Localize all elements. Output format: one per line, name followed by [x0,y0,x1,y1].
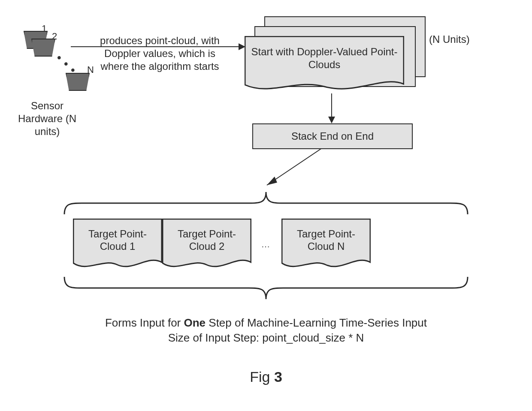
brace-top [56,189,476,217]
target-cloud-2: Target Point-Cloud 2 [162,219,251,270]
stack-end-on-end-box: Stack End on End [252,123,413,149]
stack-end-on-end-text: Stack End on End [291,130,374,142]
figure-number: 3 [274,369,282,385]
target-cloud-row: Target Point-Cloud 1 Target Point-Cloud … [73,219,459,274]
target-cloud-1-text: Target Point-Cloud 1 [73,228,162,253]
bottom-caption-line1-bold: One [184,316,206,329]
sensor-number-n: N [87,64,94,75]
doppler-n-units-label: (N Units) [429,33,470,45]
bottom-caption-line1-post: Step of Machine-Learning Time-Series Inp… [206,316,427,329]
sensor-hardware-stack: 1 2 N • • • [24,31,97,108]
brace-bottom [56,274,476,303]
target-cloud-ellipsis: ⋯ [251,241,281,252]
figure-label: Fig 3 [0,369,532,385]
doppler-doc-front: Start with Doppler-Valued Point-Clouds [245,36,404,92]
target-cloud-n: Target Point-Cloud N [281,219,371,270]
produces-label: produces point-cloud, with Doppler value… [99,34,221,73]
bottom-caption-line1-pre: Forms Input for [105,316,184,329]
arrow-sensor-to-doc [71,46,239,47]
doppler-doc-stack: Start with Doppler-Valued Point-Clouds [245,16,442,93]
arrow-stack-to-brace [236,148,330,191]
bottom-caption: Forms Input for One Step of Machine-Lear… [77,315,455,345]
figure-label-pre: Fig [250,369,274,385]
target-cloud-1: Target Point-Cloud 1 [73,219,162,270]
sensor-number-1: 1 [42,23,47,34]
target-cloud-2-text: Target Point-Cloud 2 [162,228,251,253]
sensor-number-2: 2 [52,31,57,42]
diagram-canvas: 1 2 N • • • Sensor Hardware (N units) pr… [0,0,532,411]
bottom-caption-line2: Size of Input Step: point_cloud_size * N [168,331,364,344]
svg-marker-1 [267,177,277,185]
doppler-doc-text: Start with Doppler-Valued Point-Clouds [245,45,404,71]
sensor-caption: Sensor Hardware (N units) [13,99,82,138]
target-cloud-n-text: Target Point-Cloud N [281,228,371,253]
arrow-head-down-icon [328,117,335,123]
arrow-doc-to-stack [331,93,332,117]
